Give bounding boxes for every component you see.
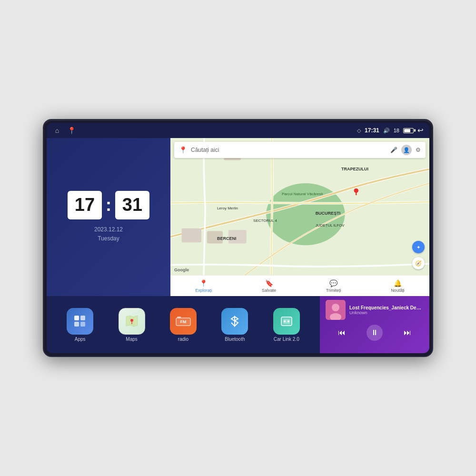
maps-nav-button[interactable]: 📍 [67, 126, 76, 135]
svg-point-17 [130, 319, 133, 322]
music-title: Lost Frequencies_Janieck Devy-... [349, 305, 424, 310]
status-left: ⌂ 📍 [52, 126, 76, 135]
carlink-app-icon [273, 308, 300, 335]
clock-date: 2023.12.12 Tuesday [94, 225, 123, 243]
carlink-label: Car Link 2.0 [274, 337, 299, 342]
map-compass-button[interactable]: 🧭 [412, 257, 425, 269]
clock-colon: : [106, 195, 111, 215]
device-frame: ⌂ 📍 ◇ 17:31 🔊 18 ↩ [43, 119, 433, 357]
map-tab-news[interactable]: 🔔 Noutăți [391, 279, 405, 293]
location-center-icon: ✦ [416, 245, 420, 250]
home-button[interactable]: ⌂ [52, 126, 62, 135]
clock-day: Tuesday [94, 234, 123, 243]
svg-rect-15 [80, 322, 85, 327]
map-settings-icon[interactable]: ⚙ [416, 147, 421, 153]
bottom-section: Apps Maps [47, 296, 429, 353]
main-content: 17 : 31 2023.12.12 Tuesday [47, 138, 429, 353]
back-icon[interactable]: ↩ [417, 126, 424, 135]
clock-widget: 17 : 31 2023.12.12 Tuesday [47, 138, 170, 296]
compass-icon: 🧭 [415, 260, 422, 267]
map-container: 📍 Căutați aici 🎤 👤 ⚙ TRAPEZULUI Parcul N… [170, 138, 429, 296]
prev-icon: ⏮ [338, 328, 346, 337]
status-time: 17:31 [365, 127, 379, 134]
music-text: Lost Frequencies_Janieck Devy-... Unknow… [349, 305, 424, 315]
explore-label: Explorați [195, 288, 212, 293]
clock-display: 17 : 31 [68, 191, 149, 219]
map-tab-saved[interactable]: 🔖 Salvate [262, 279, 276, 293]
svg-rect-14 [74, 322, 79, 327]
apps-icon [67, 308, 93, 335]
map-svg [170, 138, 429, 296]
send-icon: 💬 [329, 279, 337, 287]
svg-point-24 [288, 320, 289, 322]
map-tab-explore[interactable]: 📍 Explorați [195, 279, 212, 293]
status-right: ◇ 17:31 🔊 18 ↩ [357, 126, 424, 135]
svg-rect-12 [74, 316, 79, 320]
volume-icon: 🔊 [383, 128, 390, 134]
prev-button[interactable]: ⏮ [334, 325, 350, 341]
next-icon: ⏭ [404, 328, 411, 337]
map-mic-icon[interactable]: 🎤 [390, 147, 397, 153]
saved-label: Salvate [262, 288, 276, 293]
news-label: Noutăți [391, 288, 405, 293]
battery-icon [403, 128, 414, 133]
svg-text:FM: FM [180, 319, 186, 324]
radio-label: radio [178, 337, 188, 342]
music-artist: Unknown [349, 310, 424, 315]
home-icon: ⌂ [55, 127, 59, 134]
top-section: 17 : 31 2023.12.12 Tuesday [47, 138, 429, 296]
map-avatar[interactable]: 👤 [401, 145, 412, 155]
map-search-icons: 🎤 👤 ⚙ [390, 145, 421, 155]
app-apps[interactable]: Apps [67, 308, 93, 342]
music-info: Lost Frequencies_Janieck Devy-... Unknow… [326, 300, 424, 320]
map-label-trapezului: TRAPEZULUI [341, 167, 368, 171]
map-bottom-bar: 📍 Explorați 🔖 Salvate 💬 Trimiteți [170, 275, 429, 296]
radio-svg: FM [176, 316, 191, 327]
maps-svg [125, 315, 139, 328]
battery-level: 18 [394, 128, 399, 133]
map-label-ilfov: JUDEȚUL ILFOV [316, 223, 345, 228]
music-controls: ⏮ ⏸ ⏭ [326, 325, 424, 341]
play-pause-button[interactable]: ⏸ [367, 325, 383, 341]
map-tab-send[interactable]: 💬 Trimiteți [326, 279, 341, 293]
news-icon: 🔔 [394, 279, 402, 287]
svg-rect-13 [80, 316, 85, 320]
svg-point-23 [284, 320, 286, 322]
app-bluetooth[interactable]: Bluetooth [221, 308, 248, 342]
svg-rect-20 [177, 317, 181, 318]
map-widget[interactable]: 📍 Căutați aici 🎤 👤 ⚙ TRAPEZULUI Parcul N… [170, 138, 429, 296]
svg-point-26 [332, 304, 339, 311]
screen: ⌂ 📍 ◇ 17:31 🔊 18 ↩ [47, 123, 429, 353]
next-button[interactable]: ⏭ [399, 325, 416, 341]
apps-panel: Apps Maps [47, 296, 320, 353]
maps-label: Maps [126, 337, 137, 342]
map-label-berceni: BERCENI [217, 236, 237, 241]
svg-rect-8 [182, 228, 201, 243]
app-carlink[interactable]: Car Link 2.0 [273, 308, 300, 342]
map-label-bucuresti: BUCUREȘTI [316, 211, 341, 216]
bluetooth-svg [228, 315, 241, 328]
send-label: Trimiteți [326, 288, 341, 293]
apps-label: Apps [75, 337, 86, 342]
map-label-parc: Parcul Natural Văcărești [282, 192, 320, 196]
music-panel: Lost Frequencies_Janieck Devy-... Unknow… [320, 296, 429, 353]
map-location-button[interactable]: ✦ [412, 241, 425, 253]
map-search-bar[interactable]: 📍 Căutați aici 🎤 👤 ⚙ [174, 142, 426, 158]
album-art-svg [326, 300, 346, 320]
map-search-text: Căutați aici [191, 147, 387, 153]
maps-nav-icon: 📍 [68, 127, 76, 134]
map-search-pin-icon: 📍 [179, 146, 187, 154]
clock-date-value: 2023.12.12 [94, 225, 123, 234]
status-bar: ⌂ 📍 ◇ 17:31 🔊 18 ↩ [47, 123, 429, 138]
app-maps[interactable]: Maps [119, 308, 145, 342]
radio-app-icon: FM [170, 308, 197, 335]
app-radio[interactable]: FM radio [170, 308, 197, 342]
maps-icon [119, 308, 145, 335]
explore-icon: 📍 [199, 279, 208, 287]
album-art [326, 300, 346, 320]
map-label-leroy: Leroy Merlin [217, 206, 238, 210]
google-logo: Google [174, 268, 189, 272]
bluetooth-app-icon [221, 308, 248, 335]
battery-fill [404, 129, 410, 132]
clock-hour: 17 [68, 191, 102, 219]
